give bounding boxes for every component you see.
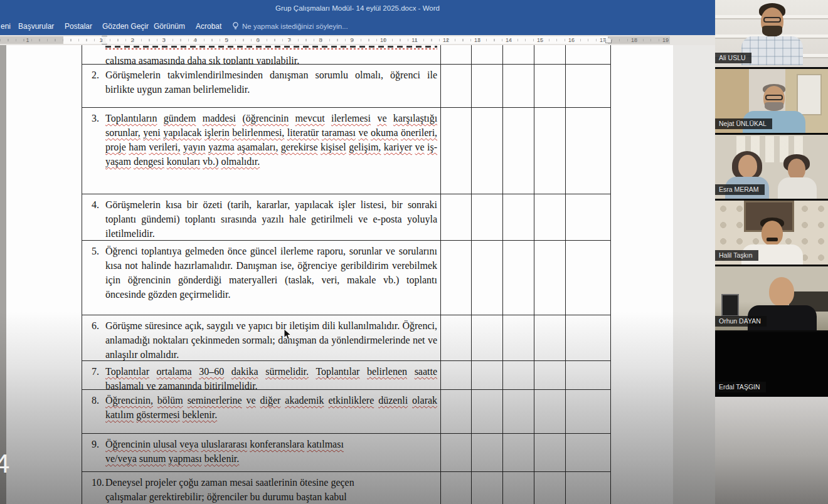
table-cell-text[interactable]: 3.Toplantıların gündem maddesi (öğrencin… bbox=[82, 108, 440, 194]
table-cell-text[interactable]: 2.Görüşmelerin takvimlendirilmesinden da… bbox=[82, 65, 440, 107]
ribbon-tab-acrobat[interactable]: Acrobat bbox=[196, 18, 221, 35]
table-cell-empty[interactable] bbox=[471, 241, 502, 315]
table-cell-empty[interactable] bbox=[534, 390, 565, 433]
table-cell-empty[interactable] bbox=[534, 434, 565, 471]
table-cell-empty[interactable] bbox=[565, 65, 611, 107]
table-cell-empty[interactable] bbox=[471, 65, 502, 107]
ribbon-tab-gözden-geçir[interactable]: Gözden Geçir bbox=[102, 18, 149, 35]
table-cell-empty[interactable] bbox=[440, 108, 471, 194]
table-cell-empty[interactable] bbox=[565, 315, 611, 360]
table-cell-empty[interactable] bbox=[471, 434, 502, 471]
table-cell-empty[interactable] bbox=[565, 361, 611, 389]
participant-video-tile[interactable]: Esra MERAM bbox=[715, 135, 828, 199]
table-cell-empty[interactable] bbox=[502, 315, 534, 360]
table-cell-empty[interactable] bbox=[502, 45, 534, 64]
participant-name-label: Ali USLU bbox=[715, 53, 751, 63]
ruler-number: 14 bbox=[506, 37, 512, 43]
table-cell-empty[interactable] bbox=[440, 241, 471, 315]
table-cell-empty[interactable] bbox=[534, 472, 565, 504]
table-cell-empty[interactable] bbox=[534, 315, 565, 360]
participant-video-tile[interactable]: Nejat ÜNLÜKAL bbox=[715, 69, 828, 133]
table-cell-empty[interactable] bbox=[565, 472, 611, 504]
ribbon-tab-başvurular[interactable]: Başvurular bbox=[18, 18, 54, 35]
table-cell-empty[interactable] bbox=[471, 315, 502, 360]
table-cell-empty[interactable] bbox=[534, 45, 565, 64]
table-cell-empty[interactable] bbox=[440, 315, 471, 360]
table-cell-text[interactable]: 9.Öğrencinin ulusal veya uluslararası ko… bbox=[82, 434, 440, 471]
table-cell-empty[interactable] bbox=[502, 194, 534, 240]
table-cell-empty[interactable] bbox=[471, 472, 502, 504]
participant-video-tile[interactable]: Halil Taşkın bbox=[715, 201, 828, 265]
table-cell-empty[interactable] bbox=[565, 108, 611, 194]
participant-avatar bbox=[763, 17, 781, 23]
table-cell-empty[interactable] bbox=[534, 194, 565, 240]
ruler-number: 3 bbox=[162, 37, 165, 43]
table-cell-empty[interactable] bbox=[471, 390, 502, 433]
table-cell-text[interactable]: çalışma aşamasında daha sık toplantı yap… bbox=[82, 45, 440, 64]
table-cell-text[interactable]: 10.Deneysel projeler çoğu zaman mesai sa… bbox=[82, 472, 440, 504]
table-cell-empty[interactable] bbox=[440, 361, 471, 389]
table-cell-empty[interactable] bbox=[471, 45, 502, 64]
participant-video-tile[interactable]: Ali USLU bbox=[715, 0, 828, 67]
table-cell-empty[interactable] bbox=[502, 65, 534, 107]
screen: Grup Çalışmaları Modül- 14 eylül 2025.do… bbox=[0, 0, 828, 504]
table-cell-empty[interactable] bbox=[502, 434, 534, 471]
ruler-number: 9 bbox=[350, 37, 353, 43]
table-cell-text[interactable]: 6.Görüşme süresince açık, saygılı ve yap… bbox=[82, 315, 440, 360]
table-cell-empty[interactable] bbox=[502, 241, 534, 315]
table-cell-empty[interactable] bbox=[534, 241, 565, 315]
table-cell-empty[interactable] bbox=[565, 45, 611, 64]
ruler-number: 18 bbox=[631, 37, 637, 43]
ruler-number: 1 bbox=[99, 37, 102, 43]
table-cell-empty[interactable] bbox=[440, 45, 471, 64]
participants-panel: Ali USLUNejat ÜNLÜKALEsra MERAMHalil Taş… bbox=[715, 0, 828, 504]
participant-avatar bbox=[778, 177, 817, 199]
table-cell-empty[interactable] bbox=[502, 108, 534, 194]
ruler-number: 1 bbox=[26, 37, 29, 43]
document-area: çalışma aşamasında daha sık toplantı yap… bbox=[0, 45, 715, 504]
table-cell-empty[interactable] bbox=[502, 472, 534, 504]
table-row: çalışma aşamasında daha sık toplantı yap… bbox=[82, 45, 611, 65]
table-cell-empty[interactable] bbox=[440, 390, 471, 433]
mouse-cursor-icon bbox=[284, 328, 292, 343]
table-cell-empty[interactable] bbox=[565, 194, 611, 240]
table-row: 4.Görüşmelerin kısa bir özeti (tarih, ka… bbox=[82, 194, 611, 241]
page-indicator-overlay: 4 bbox=[0, 449, 9, 479]
table-cell-empty[interactable] bbox=[534, 108, 565, 194]
participant-video-tile[interactable]: Erdal TAŞGIN bbox=[715, 332, 828, 396]
participant-avatar bbox=[762, 221, 783, 246]
ruler-number: 8 bbox=[319, 37, 322, 43]
table-cell-empty[interactable] bbox=[502, 361, 534, 389]
table-row: 10.Deneysel projeler çoğu zaman mesai sa… bbox=[82, 472, 611, 504]
ribbon-tab-postalar[interactable]: Postalar bbox=[65, 18, 92, 35]
word-window: Grup Çalışmaları Modül- 14 eylül 2025.do… bbox=[0, 0, 715, 504]
document-page[interactable]: çalışma aşamasında daha sık toplantı yap… bbox=[6, 45, 673, 504]
table-cell-empty[interactable] bbox=[565, 241, 611, 315]
table-cell-empty[interactable] bbox=[534, 65, 565, 107]
tell-me-box[interactable]: Ne yapmak istediğinizi söyleyin... bbox=[232, 18, 348, 35]
panel-lower-area bbox=[715, 397, 828, 504]
participant-name-label: Erdal TAŞGIN bbox=[715, 382, 766, 392]
table-cell-empty[interactable] bbox=[502, 390, 534, 433]
table-cell-empty[interactable] bbox=[471, 194, 502, 240]
table-cell-empty[interactable] bbox=[440, 434, 471, 471]
table-cell-empty[interactable] bbox=[440, 194, 471, 240]
ribbon-tab-görünüm[interactable]: Görünüm bbox=[154, 18, 185, 35]
table-cell-text[interactable]: 8.Öğrencinin, bölüm seminerlerine ve diğ… bbox=[82, 390, 440, 433]
table-cell-empty[interactable] bbox=[471, 361, 502, 389]
participant-avatar bbox=[738, 155, 757, 177]
table-cell-empty[interactable] bbox=[440, 472, 471, 504]
table-cell-text[interactable]: 7.Toplantılar ortalama 30–60 dakika sürm… bbox=[82, 361, 440, 389]
list-number: 7. bbox=[92, 364, 105, 379]
ruler-number: 2 bbox=[130, 37, 134, 43]
ruler-number: 5 bbox=[225, 37, 228, 43]
ribbon-tab-partial[interactable]: eni bbox=[1, 18, 11, 35]
table-cell-empty[interactable] bbox=[565, 434, 611, 471]
table-cell-empty[interactable] bbox=[440, 65, 471, 107]
table-cell-empty[interactable] bbox=[565, 390, 611, 433]
table-cell-text[interactable]: 5.Öğrenci toplantıya gelmeden önce günce… bbox=[82, 241, 440, 315]
participant-video-tile[interactable]: Orhun DAYAN bbox=[715, 266, 828, 330]
table-cell-text[interactable]: 4.Görüşmelerin kısa bir özeti (tarih, ka… bbox=[82, 194, 440, 240]
table-cell-empty[interactable] bbox=[534, 361, 565, 389]
table-cell-empty[interactable] bbox=[471, 108, 502, 194]
